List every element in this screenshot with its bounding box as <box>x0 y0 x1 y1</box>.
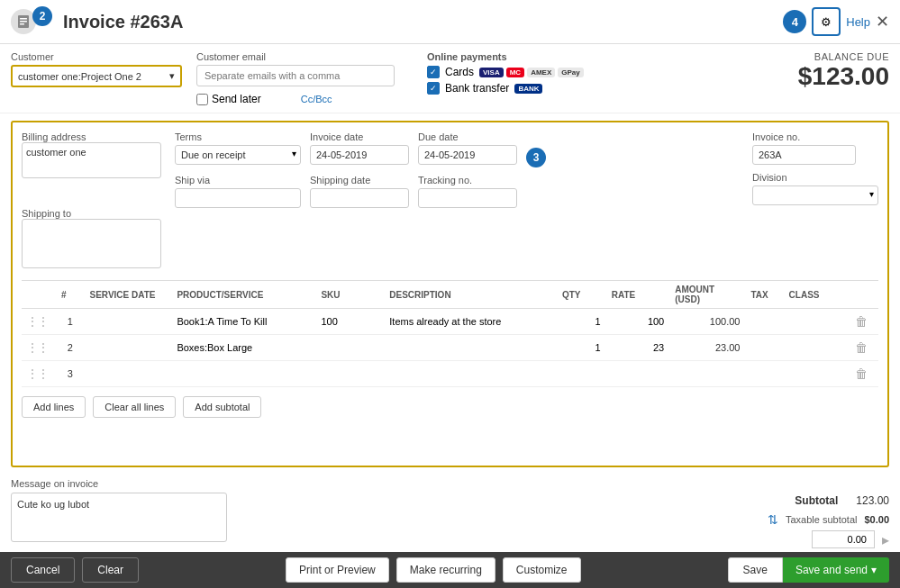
add-subtotal-button[interactable]: Add subtotal <box>183 396 261 418</box>
drag-handle-icon[interactable]: ⋮⋮ <box>27 315 49 328</box>
invoice-no-field: Invoice no. <box>752 131 878 165</box>
save-send-label: Save and send <box>795 564 868 576</box>
class-cell[interactable] <box>784 309 850 335</box>
line-items-table: # SERVICE DATE PRODUCT/SERVICE SKU DESCR… <box>22 280 878 387</box>
product-input[interactable] <box>177 316 303 327</box>
tax-cell[interactable] <box>745 309 783 335</box>
invoice-date-input[interactable] <box>310 145 409 165</box>
sku-cell[interactable] <box>315 309 384 335</box>
drag-handle-icon[interactable]: ⋮⋮ <box>27 341 49 354</box>
tracking-no-input[interactable] <box>418 188 517 208</box>
sku-cell[interactable] <box>315 361 384 387</box>
row-num-cell: 2 <box>56 335 85 361</box>
service-date-cell[interactable] <box>85 361 172 387</box>
message-textarea[interactable] <box>11 493 227 542</box>
terms-select[interactable]: Due on receipt <box>175 145 301 165</box>
rate-input[interactable] <box>614 368 664 379</box>
sku-cell[interactable] <box>315 335 384 361</box>
cc-bcc-link[interactable]: Cc/Bcc <box>301 94 332 104</box>
send-later-checkbox[interactable] <box>196 94 208 105</box>
rate-cell[interactable] <box>606 309 670 335</box>
due-date-input[interactable] <box>418 145 517 165</box>
close-button[interactable]: ✕ <box>876 12 889 32</box>
shipping-to-input[interactable] <box>22 219 161 268</box>
customer-dropdown-arrow: ▾ <box>169 70 175 82</box>
service-date-input[interactable] <box>90 316 162 327</box>
taxable-value: $0.00 <box>864 514 889 525</box>
qty-cell[interactable] <box>557 309 606 335</box>
tax-cell[interactable] <box>745 361 783 387</box>
class-cell[interactable] <box>784 361 850 387</box>
rate-cell[interactable] <box>606 361 670 387</box>
step3-badge-container: 3 <box>526 148 546 167</box>
qty-input[interactable] <box>565 342 601 353</box>
gear-button[interactable]: ⚙ <box>812 7 841 36</box>
description-cell[interactable] <box>384 361 557 387</box>
header-right: 4 ⚙ Help ✕ <box>783 7 889 36</box>
service-date-cell[interactable] <box>85 309 172 335</box>
ship-via-field: Ship via <box>175 175 301 208</box>
footer-center: Print or Preview Make recurring Customiz… <box>286 557 580 583</box>
sku-input[interactable] <box>321 368 375 379</box>
description-cell[interactable] <box>384 309 557 335</box>
tax-amount-input[interactable] <box>812 530 875 548</box>
save-and-send-button[interactable]: Save and send ▾ <box>783 557 889 583</box>
delete-row-button[interactable]: 🗑 <box>855 314 868 329</box>
qty-cell[interactable] <box>557 361 606 387</box>
division-select[interactable] <box>752 185 878 205</box>
tax-amount-row: ▸ <box>678 530 889 548</box>
rate-input[interactable] <box>614 342 664 353</box>
billing-address-input[interactable] <box>22 142 161 178</box>
cards-checkbox[interactable]: ✓ <box>427 66 440 78</box>
save-button[interactable]: Save <box>728 557 783 583</box>
product-cell[interactable] <box>171 361 315 387</box>
product-input[interactable] <box>177 342 303 353</box>
qty-input[interactable] <box>565 368 601 379</box>
description-input[interactable] <box>389 342 542 353</box>
visa-icon: VISA <box>479 68 504 77</box>
th-service-date: SERVICE DATE <box>85 281 172 309</box>
clear-all-lines-button[interactable]: Clear all lines <box>93 396 176 418</box>
drag-handle-icon[interactable]: ⋮⋮ <box>27 367 49 380</box>
shipping-date-input[interactable] <box>310 188 409 208</box>
make-recurring-button[interactable]: Make recurring <box>396 557 495 583</box>
email-input[interactable] <box>196 65 395 86</box>
rate-input[interactable] <box>614 316 664 327</box>
product-cell[interactable] <box>171 335 315 361</box>
footer-right: Save Save and send ▾ <box>728 557 889 583</box>
th-description: DESCRIPTION <box>384 281 557 309</box>
print-preview-button[interactable]: Print or Preview <box>286 557 389 583</box>
delete-row-button[interactable]: 🗑 <box>855 366 868 381</box>
app-window: 2 Invoice #263A 4 ⚙ Help ✕ Customer cust… <box>0 0 900 588</box>
clear-button[interactable]: Clear <box>82 557 139 583</box>
customize-button[interactable]: Customize <box>503 557 581 583</box>
tax-cell[interactable] <box>745 335 783 361</box>
ship-via-input[interactable] <box>175 188 301 208</box>
qty-input[interactable] <box>565 316 601 327</box>
product-cell[interactable] <box>171 309 315 335</box>
description-cell[interactable] <box>384 335 557 361</box>
class-cell[interactable] <box>784 335 850 361</box>
qty-cell[interactable] <box>557 335 606 361</box>
delete-cell: 🗑 <box>850 309 878 335</box>
service-date-cell[interactable] <box>85 335 172 361</box>
customer-value: customer one:Project One 2 <box>18 71 141 82</box>
description-input[interactable] <box>389 316 542 327</box>
rate-cell[interactable] <box>606 335 670 361</box>
sku-input[interactable] <box>321 342 375 353</box>
invoice-no-input[interactable] <box>752 145 856 165</box>
add-lines-button[interactable]: Add lines <box>22 396 86 418</box>
service-date-input[interactable] <box>90 368 162 379</box>
service-date-input[interactable] <box>90 342 162 353</box>
delete-row-button[interactable]: 🗑 <box>855 340 868 355</box>
description-input[interactable] <box>389 368 542 379</box>
product-input[interactable] <box>177 368 303 379</box>
sku-input[interactable] <box>321 316 375 327</box>
cancel-button[interactable]: Cancel <box>11 557 75 583</box>
table-row: ⋮⋮ 1 100.00 🗑 <box>22 309 878 335</box>
help-link[interactable]: Help <box>846 15 870 29</box>
customer-select[interactable]: customer one:Project One 2 ▾ <box>11 65 182 87</box>
customer-label: Customer <box>11 51 182 62</box>
th-class: CLASS <box>784 281 850 309</box>
bank-transfer-checkbox[interactable]: ✓ <box>427 82 440 95</box>
